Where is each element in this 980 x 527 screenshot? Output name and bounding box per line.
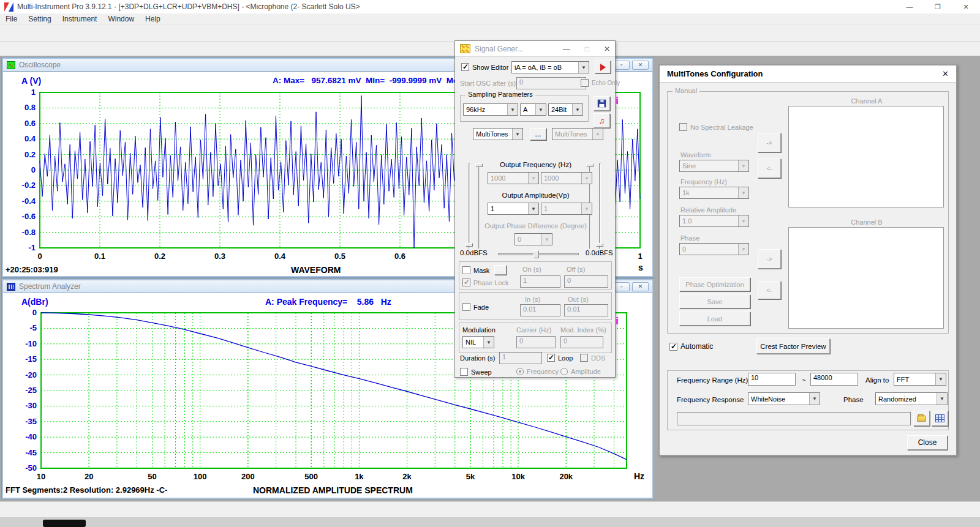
align-to-select[interactable]: FFT — [894, 373, 946, 386]
add-to-channel-a-button: -> — [758, 133, 781, 152]
oscilloscope-window-icon: ∿ — [7, 61, 15, 69]
close-button[interactable]: ✕ — [952, 0, 980, 13]
amplitude-slider-a-coarse[interactable] — [469, 163, 470, 249]
svg-text:-25: -25 — [25, 386, 37, 395]
routing-select[interactable]: iA = oA, iB = oB — [511, 61, 589, 73]
svg-text:-45: -45 — [25, 448, 37, 457]
siggen-titlebar[interactable]: ∿∿∿∿ Signal Gener... — □ ✕ — [455, 41, 615, 57]
waveform-b-select: MultiTones — [552, 128, 603, 140]
siggen-note-button[interactable]: ♫ — [594, 113, 610, 128]
channel-a-label: Channel A — [788, 97, 945, 105]
svg-text:-40: -40 — [25, 432, 37, 441]
multitones-title: MultiTones Configuration — [667, 69, 763, 78]
svg-text:1k: 1k — [355, 472, 364, 481]
spectrum-restore-icon[interactable]: ▫ — [613, 282, 630, 291]
svg-text:1: 1 — [31, 88, 36, 97]
multitones-close-icon[interactable]: ✕ — [942, 69, 949, 78]
svg-text:20: 20 — [85, 472, 93, 481]
scope-channel-label: A (V) — [21, 76, 41, 86]
svg-text:0.3: 0.3 — [214, 252, 225, 261]
signal-generator-dialog: ∿∿∿∿ Signal Gener... — □ ✕ Show Editor i… — [454, 40, 616, 378]
scope-timestamp: +20:25:03:919 — [6, 265, 58, 274]
bottom-strip — [0, 517, 980, 527]
amplitude-slider-a-fine[interactable] — [478, 163, 480, 249]
spectrum-footer-center: NORMALIZED AMPLITUDE SPECTRUM — [253, 485, 413, 495]
siggen-minimize-icon[interactable]: — — [563, 45, 570, 53]
svg-text:0: 0 — [32, 308, 37, 317]
slider-handle[interactable] — [466, 243, 473, 247]
start-osc-field: 0 — [516, 77, 586, 89]
waveform-a-select[interactable]: MultiTones — [473, 128, 523, 140]
svg-text:-50: -50 — [25, 463, 37, 473]
fade-checkbox[interactable]: Fade — [462, 303, 489, 311]
freq-max-field[interactable]: 48000 — [810, 373, 858, 386]
svg-text:20k: 20k — [559, 472, 573, 481]
svg-text:-20: -20 — [25, 370, 37, 379]
siggen-rate-select[interactable]: 96kHz — [463, 103, 518, 116]
mask-on-field: 1 — [520, 275, 560, 288]
statusbar: F Auto ×1 A -50dB Off M Amplitude Spectr… — [0, 501, 980, 517]
spectrum-window-icon — [7, 283, 15, 291]
mt-open-file-button[interactable] — [913, 411, 930, 426]
minimize-button[interactable]: — — [895, 0, 924, 13]
mod-index-label: Mod. Index (%) — [560, 326, 606, 334]
menu-help[interactable]: Help — [140, 15, 166, 23]
svg-text:-0.6: -0.6 — [22, 212, 36, 221]
menu-window[interactable]: Window — [102, 15, 140, 23]
table-grid-icon — [935, 414, 944, 422]
phase-mode-select[interactable]: Randomized — [875, 392, 948, 405]
menu-file[interactable]: File — [0, 15, 23, 23]
siggen-run-button[interactable] — [595, 61, 611, 73]
svg-text:-5: -5 — [29, 323, 37, 332]
oscilloscope-close-icon[interactable]: ✕ — [632, 61, 649, 70]
menu-setting[interactable]: Setting — [23, 15, 56, 23]
multitones-titlebar[interactable]: MultiTones Configuration ✕ — [660, 65, 956, 83]
oscilloscope-restore-icon[interactable]: ▫ — [613, 61, 630, 70]
mt-table-button[interactable] — [932, 411, 948, 426]
restore-button[interactable]: ❐ — [924, 0, 952, 13]
titlebar: Multi-Instrument Pro 3.9.12.1 - [+3DP+DL… — [0, 0, 980, 13]
svg-text:-0.4: -0.4 — [22, 196, 36, 206]
mt-save-button: Save — [679, 294, 750, 308]
mt-close-button[interactable]: Close — [907, 435, 948, 450]
multitones-dialog: MultiTones Configuration ✕ Manual Channe… — [658, 64, 957, 456]
siggen-close-icon[interactable]: ✕ — [604, 45, 610, 53]
svg-text:0.2: 0.2 — [154, 252, 165, 261]
siggen-channel-select[interactable]: A — [520, 103, 546, 116]
svg-text:0.2: 0.2 — [24, 150, 36, 159]
menu-instrument[interactable]: Instrument — [57, 15, 103, 23]
amplitude-slider-b-coarse — [599, 163, 601, 249]
freq-response-select[interactable]: WhiteNoise — [748, 392, 820, 405]
svg-text:0.4: 0.4 — [24, 134, 36, 143]
spectrum-close-icon[interactable]: ✕ — [632, 282, 649, 291]
dds-checkbox: DDS — [580, 354, 605, 362]
sweep-frequency-radio: Frequency — [516, 368, 559, 375]
automatic-checkbox[interactable]: Automatic — [669, 342, 713, 351]
balance-slider-handle[interactable] — [533, 250, 539, 258]
channel-b-label: Channel B — [788, 219, 945, 226]
frequency-b-select: 1000 — [541, 172, 592, 184]
svg-text:500: 500 — [304, 472, 318, 481]
svg-text:2k: 2k — [402, 472, 412, 481]
waveform-config-button[interactable]: ... — [530, 128, 546, 140]
mask-checkbox[interactable]: Mask — [462, 266, 489, 274]
modulation-label: Modulation — [462, 326, 496, 334]
amplitude-a-select[interactable]: 1 — [488, 203, 539, 215]
svg-text:100: 100 — [194, 472, 207, 481]
siggen-bits-select[interactable]: 24Bit — [548, 103, 583, 116]
svg-text:50: 50 — [148, 472, 156, 481]
modulation-type-select[interactable]: NIL — [462, 336, 494, 348]
toolbar-trigger: Trigger Auto A Up 0%▲▼ 0%▲▼ NIL Sample 9… — [0, 24, 980, 41]
music-note-icon: ♫ — [599, 116, 605, 125]
loop-checkbox[interactable]: Loop — [547, 354, 573, 362]
mt-load-button: Load — [679, 312, 750, 326]
spectrum-channel-label: A(dBr) — [21, 297, 48, 307]
freq-min-field[interactable]: 10 — [748, 373, 796, 386]
phase-difference-label: Output Phase Difference (Degree) — [455, 222, 616, 230]
sweep-checkbox[interactable]: Sweep — [460, 368, 492, 376]
crest-factor-preview-button[interactable]: Crest Factor Preview — [756, 338, 830, 354]
siggen-save-button[interactable] — [594, 96, 610, 111]
duration-label: Duration (s) — [460, 354, 495, 362]
app-logo-icon — [4, 2, 13, 12]
show-editor-checkbox[interactable]: Show Editor — [461, 63, 508, 71]
